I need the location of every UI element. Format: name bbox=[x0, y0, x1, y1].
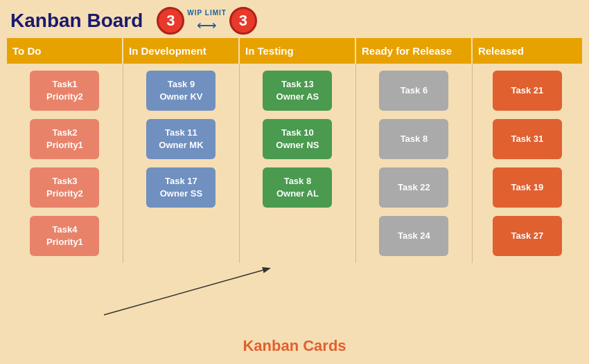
col-header-todo: To Do bbox=[7, 38, 123, 64]
board-title: Kanban Board bbox=[10, 10, 143, 32]
wip-label: WIP LIMIT bbox=[187, 9, 227, 17]
card-task31[interactable]: Task 31 bbox=[493, 119, 562, 159]
col-body-testing: Task 13Owner AS Task 10Owner NS Task 8Ow… bbox=[240, 64, 356, 263]
board-body: Task1Priority2 Task2Priority1 Task3Prior… bbox=[7, 64, 582, 263]
card-task2[interactable]: Task2Priority1 bbox=[30, 119, 99, 159]
col-header-release: Ready for Release bbox=[356, 38, 473, 64]
kanban-cards-label: Kanban Cards bbox=[243, 331, 346, 358]
col-header-testing: In Testing bbox=[240, 38, 356, 64]
col-body-dev: Task 9Owner KV Task 11Owner MK Task 17Ow… bbox=[123, 64, 240, 263]
card-task1[interactable]: Task1Priority2 bbox=[30, 71, 99, 111]
card-task19[interactable]: Task 19 bbox=[493, 167, 562, 208]
header-area: Kanban Board 3 WIP LIMIT ⟷ 3 bbox=[0, 0, 589, 38]
card-task3[interactable]: Task3Priority2 bbox=[30, 167, 99, 208]
card-task9[interactable]: Task 9Owner KV bbox=[146, 71, 216, 111]
card-task17[interactable]: Task 17Owner SS bbox=[146, 167, 216, 208]
card-task10[interactable]: Task 10Owner NS bbox=[263, 119, 332, 159]
wip-arrow-box: WIP LIMIT ⟷ bbox=[187, 9, 227, 33]
wip-arrow-icon: ⟷ bbox=[197, 17, 217, 33]
col-body-released: Task 21 Task 31 Task 19 Task 27 bbox=[473, 64, 582, 263]
col-body-todo: Task1Priority2 Task2Priority1 Task3Prior… bbox=[7, 64, 123, 263]
wip-left-number: 3 bbox=[157, 7, 184, 35]
col-header-dev: In Development bbox=[123, 38, 240, 64]
column-headers: To Do In Development In Testing Ready fo… bbox=[7, 38, 582, 64]
col-header-released: Released bbox=[473, 38, 582, 64]
card-task22[interactable]: Task 22 bbox=[379, 167, 448, 208]
wip-section: 3 WIP LIMIT ⟷ 3 bbox=[157, 7, 257, 35]
svg-line-1 bbox=[104, 269, 269, 315]
card-task13[interactable]: Task 13Owner AS bbox=[263, 71, 332, 111]
card-task8-testing[interactable]: Task 8Owner AL bbox=[263, 167, 332, 208]
card-task27[interactable]: Task 27 bbox=[493, 216, 562, 256]
card-task6[interactable]: Task 6 bbox=[379, 71, 448, 111]
card-task4[interactable]: Task4Priority1 bbox=[30, 216, 99, 256]
col-body-release: Task 6 Task 8 Task 22 Task 24 bbox=[356, 64, 473, 263]
card-task24[interactable]: Task 24 bbox=[379, 216, 448, 256]
card-task8-release[interactable]: Task 8 bbox=[379, 119, 448, 159]
wip-right-number: 3 bbox=[229, 7, 257, 35]
card-task21[interactable]: Task 21 bbox=[493, 71, 562, 111]
card-task11[interactable]: Task 11Owner MK bbox=[146, 119, 216, 159]
